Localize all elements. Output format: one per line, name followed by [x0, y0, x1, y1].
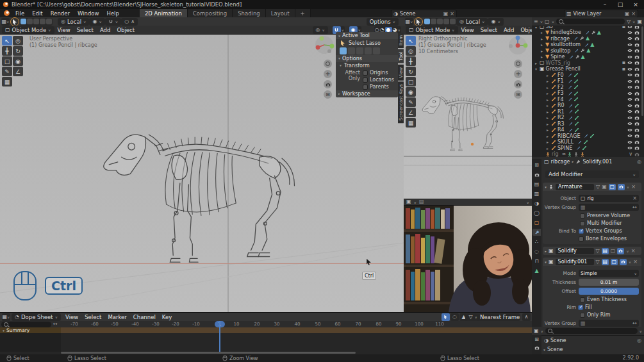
- cam-icon[interactable]: [634, 91, 640, 96]
- outliner-row[interactable]: ▸ SKULL: [532, 139, 644, 145]
- unlink-icon[interactable]: ×: [450, 12, 454, 17]
- offset-slider[interactable]: 0.0000: [579, 288, 639, 295]
- perspective-toggle-icon[interactable]: ⊞: [514, 90, 522, 99]
- outliner-item-label[interactable]: F1: [557, 78, 564, 84]
- eye-icon[interactable]: [627, 140, 632, 145]
- outliner-row[interactable]: ▸ F4: [532, 97, 644, 103]
- bind-to-checkbox[interactable]: Bone Envelopes: [579, 236, 627, 242]
- camera-view-icon[interactable]: [324, 80, 332, 88]
- tool-button[interactable]: □: [2, 56, 12, 66]
- cam-icon[interactable]: [634, 109, 640, 114]
- cam-icon[interactable]: [634, 145, 640, 151]
- even-thickness-checkbox[interactable]: Even Thickness: [580, 297, 639, 302]
- viewport-menu[interactable]: Select: [74, 27, 97, 33]
- viewport-secondary[interactable]: ▦∨ ◎Local∨ ◉∨ ▢Object Mode∨ ViewSelectAd…: [404, 17, 533, 199]
- active-tool-name[interactable]: Select Lasso: [336, 39, 398, 47]
- outliner-row[interactable]: ▸ F0: [532, 72, 644, 79]
- cam-icon[interactable]: [634, 133, 640, 138]
- navigation-gizmo[interactable]: [508, 35, 528, 56]
- properties-search-input[interactable]: [545, 328, 638, 334]
- viewport-menu[interactable]: Add: [500, 27, 517, 33]
- cam-icon[interactable]: [634, 54, 640, 60]
- move-view-icon[interactable]: ✛: [324, 70, 332, 78]
- visibility-toggles[interactable]: [627, 109, 640, 114]
- eye-icon[interactable]: [627, 128, 632, 133]
- move-view-icon[interactable]: ✛: [514, 70, 522, 78]
- transform-subpanel-header[interactable]: ▾Transform: [336, 62, 398, 69]
- visibility-toggles[interactable]: [627, 121, 640, 126]
- properties-tab[interactable]: ◌: [533, 248, 541, 255]
- mode-dropdown[interactable]: ▢Object Mode∨: [2, 26, 54, 34]
- disclosure-triangle[interactable]: ▸: [545, 85, 550, 90]
- tool-button[interactable]: ╋: [406, 56, 416, 66]
- disclosure-triangle[interactable]: ▸: [545, 103, 550, 108]
- disclosure-triangle[interactable]: ▸: [545, 79, 550, 83]
- cam-icon[interactable]: [634, 42, 640, 47]
- disclosure-triangle[interactable]: ▸: [545, 140, 550, 144]
- outliner-row[interactable]: ▸ ▼ skullbottom ▲: [532, 42, 644, 48]
- cam-icon[interactable]: [634, 115, 640, 120]
- close-icon[interactable]: ×: [631, 185, 636, 190]
- dope-sheet-menu[interactable]: View: [62, 314, 81, 320]
- pivot-point-dropdown[interactable]: ◉∨: [488, 18, 503, 26]
- channel-search[interactable]: [1, 322, 51, 327]
- viewport-menu[interactable]: Object: [517, 27, 533, 33]
- editor-type-icon[interactable]: ▣: [534, 329, 539, 334]
- outliner-row[interactable]: ▸ R1: [532, 109, 644, 115]
- eye-icon[interactable]: [627, 103, 632, 108]
- properties-tab[interactable]: ▤: [533, 181, 541, 188]
- tool-button[interactable]: ↖: [406, 36, 416, 45]
- outliner-item-label[interactable]: skullbottom: [550, 42, 581, 47]
- outliner-row[interactable]: ▸ F1: [532, 78, 644, 85]
- new-collection-icon[interactable]: ▣: [637, 19, 642, 24]
- edit-mode-toggle-icon[interactable]: ▽: [596, 259, 600, 265]
- visibility-toggles[interactable]: [627, 133, 640, 138]
- render-tab-icon[interactable]: [534, 345, 540, 350]
- properties-tab[interactable]: ▲: [533, 267, 541, 274]
- mode-toggle-icons[interactable]: [424, 18, 456, 26]
- solidify-modifier-header[interactable]: ▸ ▣ Solidify ▽ ▤ ▢ ∨ ×: [543, 247, 641, 255]
- editor-type-icon[interactable]: ▦∨: [2, 313, 10, 321]
- minimize-button[interactable]: –: [598, 0, 612, 8]
- modifier-name-field[interactable]: Armature: [556, 184, 594, 190]
- outliner-row[interactable]: ▸ SPINE: [532, 145, 644, 152]
- active-tool-cursor-icon[interactable]: [415, 19, 422, 25]
- cam-icon[interactable]: [634, 103, 640, 108]
- edit-mode-toggle-icon[interactable]: ▽: [596, 249, 600, 254]
- outliner-item-label[interactable]: SPINE: [557, 145, 572, 151]
- outliner-item-label[interactable]: R1: [557, 109, 565, 115]
- disclosure-triangle[interactable]: ▸: [545, 115, 550, 120]
- thickness-slider[interactable]: 0.01 m: [579, 279, 639, 286]
- copy-icon[interactable]: ▣: [443, 12, 449, 17]
- chev-icon[interactable]: ∨: [629, 152, 632, 157]
- filter-icon[interactable]: ▽: [627, 19, 631, 24]
- perspective-toggle-icon[interactable]: ⊞: [324, 90, 332, 99]
- dope-sheet-menu[interactable]: Select: [81, 314, 104, 320]
- outliner-item-label[interactable]: ribcage: [550, 36, 570, 42]
- close-icon[interactable]: ×: [633, 259, 638, 265]
- cam-icon[interactable]: [634, 79, 640, 84]
- outliner-item-label[interactable]: R0: [557, 103, 565, 108]
- topbar-menu[interactable]: Window: [74, 10, 103, 17]
- viewport-menu[interactable]: Object: [113, 27, 138, 33]
- tool-button[interactable]: ↖: [2, 36, 12, 45]
- topbar-menu[interactable]: Edit: [28, 10, 46, 17]
- zoom-icon[interactable]: [514, 60, 522, 68]
- armature-option-checkbox[interactable]: Multi Modifier: [580, 220, 639, 226]
- eye-icon[interactable]: [627, 145, 632, 151]
- outliner-search-input[interactable]: [556, 19, 625, 24]
- outliner-item-label[interactable]: R4: [557, 127, 565, 133]
- eye-icon[interactable]: [627, 121, 632, 126]
- affect-only-checkbox[interactable]: Locations: [363, 77, 394, 83]
- snap-dropdown[interactable]: Nearest Frame∨: [477, 313, 520, 321]
- outliner-item-label[interactable]: RIBCAGE: [557, 133, 580, 139]
- disclosure-triangle[interactable]: ▸: [545, 134, 550, 138]
- tool-button[interactable]: ✎: [406, 97, 416, 107]
- vertex-group-field[interactable]: ▥↔: [579, 320, 639, 327]
- tool-button[interactable]: ◉: [13, 56, 23, 66]
- viewport-menu[interactable]: Add: [97, 27, 113, 33]
- tool-button[interactable]: ◉: [406, 87, 416, 97]
- bind-to-checkbox[interactable]: Vertex Groups: [579, 228, 627, 234]
- cam-icon[interactable]: [634, 60, 640, 65]
- breadcrumb-modifier[interactable]: Solidify.001: [582, 159, 612, 165]
